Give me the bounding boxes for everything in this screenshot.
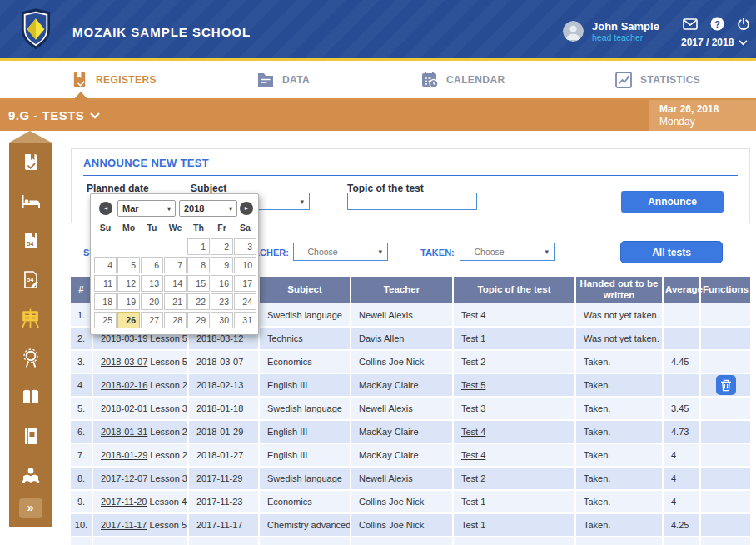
sidebar-item-textbooks[interactable]	[9, 378, 52, 417]
topic-text: Test 1	[461, 520, 485, 530]
calendar-day[interactable]: 11	[94, 275, 117, 292]
next-arrow-icon: ►	[244, 205, 250, 211]
class-tests-selector[interactable]: 9.G - TESTS	[8, 100, 100, 131]
registers-book-icon	[71, 71, 88, 89]
caret-icon: ▾	[378, 248, 382, 256]
cell-teacher: MacKay Claire	[351, 373, 453, 397]
cell-average: 4	[663, 443, 700, 467]
tab-data[interactable]: DATA	[256, 61, 310, 98]
announce-button[interactable]: Announce	[621, 191, 724, 212]
calendar-day[interactable]: 3	[234, 238, 256, 255]
calendar-day[interactable]: 23	[211, 293, 233, 310]
calendar-day[interactable]: 28	[164, 312, 187, 328]
calendar-day[interactable]: 24	[234, 293, 256, 310]
calendar-day[interactable]: 29	[187, 312, 210, 328]
all-tests-button[interactable]: All tests	[620, 241, 723, 263]
tab-calendar[interactable]: CALENDAR	[420, 61, 505, 98]
cell-teacher: MacKay Claire	[351, 420, 453, 443]
calendar-day[interactable]: 18	[94, 293, 117, 310]
year-select[interactable]: 2018 ▾	[179, 200, 237, 217]
trash-icon	[720, 379, 732, 392]
mail-icon[interactable]	[683, 18, 698, 30]
month-select[interactable]: Mar ▾	[117, 200, 176, 217]
calendar-day[interactable]: 17	[234, 275, 256, 292]
main-nav: REGISTERS DATA CALENDAR	[0, 61, 756, 100]
calendar-day[interactable]: 25	[94, 312, 117, 328]
topic-link[interactable]: Test 4	[461, 427, 485, 437]
cell-topic: Test 2	[453, 467, 575, 490]
calendar-day[interactable]: 19	[117, 293, 140, 310]
cell-status: Was not yet taken.	[575, 327, 663, 350]
teacher-filter-select[interactable]: ---Choose--- ▾	[293, 242, 388, 261]
calendar-day[interactable]: 7	[164, 257, 187, 273]
calendar-day[interactable]: 9	[211, 257, 233, 273]
prev-month-button[interactable]: ◄	[99, 202, 112, 215]
calendar-day[interactable]: 5	[117, 257, 140, 273]
sidebar-item-classbook[interactable]	[9, 142, 52, 182]
notebook-icon	[20, 426, 42, 448]
top-header: MOZAIK SAMPLE SCHOOL John Sample head te…	[0, 0, 756, 58]
sidebar-item-tests[interactable]	[9, 299, 52, 338]
topic-link[interactable]: Test 5	[461, 380, 485, 390]
calendar-icon	[420, 71, 439, 89]
calendar-day[interactable]: 4	[94, 257, 117, 273]
calendar-day[interactable]: 27	[141, 312, 163, 328]
year-value: 2018	[184, 203, 204, 213]
calendar-day[interactable]: 1	[187, 238, 210, 255]
calendar-day[interactable]: 6	[141, 257, 163, 273]
calendar-day[interactable]: 30	[211, 312, 233, 328]
sidebar-item-evaluations[interactable]: 54	[9, 260, 52, 299]
calendar-day[interactable]: 14	[164, 275, 187, 292]
sidebar-item-students[interactable]	[9, 456, 52, 495]
topic-text: Test 1	[461, 333, 485, 343]
calendar-day[interactable]: 16	[211, 275, 233, 292]
calendar-day[interactable]: 21	[164, 293, 187, 310]
sidebar-item-awards[interactable]	[9, 338, 52, 378]
weekday-header: Fr	[211, 222, 233, 234]
tab-registers[interactable]: REGISTERS	[71, 61, 157, 98]
power-icon[interactable]	[737, 17, 750, 31]
planned-date-link[interactable]: 2018-01-29	[101, 450, 147, 460]
calendar-day[interactable]: 20	[141, 293, 163, 310]
topic-link[interactable]: Test 4	[461, 450, 485, 460]
calendar-day[interactable]: 8	[187, 257, 210, 273]
planned-date-link[interactable]: 2018-02-16	[101, 380, 147, 390]
cell-row-number: 10.	[71, 513, 92, 537]
weekday-header: Su	[94, 222, 117, 234]
calendar-day[interactable]: 31	[234, 312, 256, 328]
calendar-day[interactable]: 12	[117, 275, 140, 292]
calendar-day[interactable]: 10	[234, 257, 256, 273]
cell-announced-date: 2018-02-13	[188, 373, 259, 397]
calendar-day[interactable]: 13	[141, 275, 163, 292]
help-icon[interactable]: ?	[710, 17, 724, 31]
school-year-selector[interactable]: 2017 / 2018	[681, 37, 748, 48]
sidebar-item-absences[interactable]	[9, 182, 52, 221]
cell-functions	[700, 467, 750, 490]
planned-date-link[interactable]: 2018-02-01	[101, 403, 147, 413]
double-chevron-right-icon: »	[27, 501, 34, 514]
cell-row-number: 7.	[71, 443, 92, 467]
next-month-button[interactable]: ►	[240, 202, 253, 215]
calendar-day[interactable]: 15	[187, 275, 210, 292]
calendar-day-selected[interactable]: 26	[117, 312, 140, 328]
planned-date-link[interactable]: 2018-03-07	[101, 357, 147, 367]
planned-date-link[interactable]: 2017-11-20	[101, 497, 147, 507]
cell-status: Taken.	[575, 420, 663, 443]
sidebar-item-grades[interactable]: 54	[9, 221, 52, 260]
user-menu[interactable]: John Sample head teacher	[563, 21, 659, 43]
calendar-day[interactable]: 22	[187, 293, 210, 310]
cell-empty	[71, 537, 92, 545]
planned-date-link[interactable]: 2017-11-17	[101, 520, 147, 530]
taken-filter-select[interactable]: ---Choose--- ▾	[460, 242, 555, 261]
topic-input[interactable]	[347, 192, 477, 210]
planned-date-link[interactable]: 2018-01-31	[101, 427, 147, 437]
planned-date-link[interactable]: 2017-12-07	[101, 473, 147, 483]
cell-planned-date: 2018-02-16 Lesson 2	[92, 373, 188, 397]
column-header: Teacher	[351, 277, 453, 303]
calendar-day[interactable]: 2	[211, 238, 233, 255]
sidebar-expand-button[interactable]: »	[19, 498, 42, 518]
cell-functions	[700, 303, 750, 327]
delete-test-button[interactable]	[716, 375, 736, 395]
tab-statistics[interactable]: STATISTICS	[614, 61, 700, 98]
sidebar-item-notes[interactable]	[9, 417, 52, 456]
